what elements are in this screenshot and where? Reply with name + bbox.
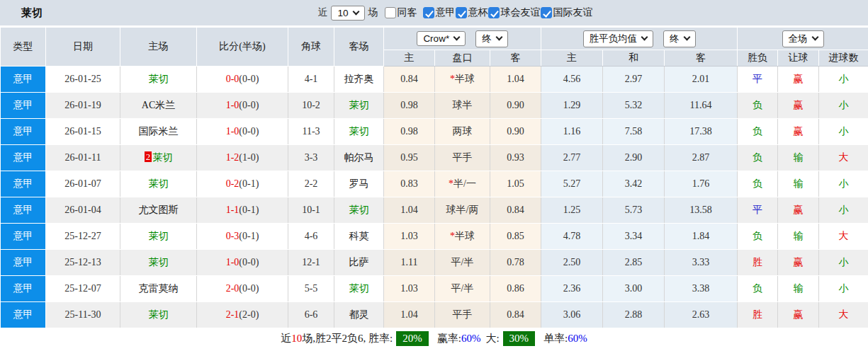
corner-cell: 2-2 bbox=[288, 171, 334, 197]
goals-cell: 小 bbox=[819, 250, 868, 276]
date-cell: 26-01-15 bbox=[46, 119, 120, 145]
away-team-cell: 莱切 bbox=[334, 276, 384, 302]
col-header-mean-away: 客 bbox=[665, 50, 738, 67]
score-fulltime: 2-0 bbox=[226, 283, 239, 294]
odds-home-cell: 0.98 bbox=[384, 93, 435, 119]
handicap-star: * bbox=[450, 74, 455, 84]
mean-stage-select[interactable]: 终 bbox=[663, 30, 696, 47]
col-header-type: 类型 bbox=[1, 28, 46, 67]
odds-group-header: Crow* 终 bbox=[384, 28, 541, 50]
league-cell: 意甲 bbox=[1, 197, 46, 224]
col-header-score: 比分(半场) bbox=[197, 28, 288, 67]
checkbox-same-away[interactable]: 同客 bbox=[385, 6, 417, 19]
near-matches-select[interactable]: 10 bbox=[331, 6, 364, 21]
mean-away-cell: 2.01 bbox=[665, 67, 738, 93]
team-name: 科莫 bbox=[349, 231, 369, 241]
result-cell-text: 负 bbox=[753, 178, 762, 189]
handicap-result-cell-text: 赢 bbox=[794, 74, 804, 84]
checkbox-club-friendly[interactable]: 球会友谊 bbox=[488, 6, 541, 19]
date-cell: 25-12-07 bbox=[46, 276, 120, 302]
odds-away-cell: 0.84 bbox=[490, 302, 541, 328]
score-fulltime: 1-1 bbox=[226, 205, 239, 215]
table-row: 意甲26-01-25莱切0-0(0-0)4-1拉齐奥0.84*半球1.044.5… bbox=[1, 67, 868, 93]
score-fulltime: 0-0 bbox=[226, 74, 239, 84]
summary-record: 场,胜2平2负6, 胜率: bbox=[302, 332, 393, 345]
col-header-home: 主场 bbox=[120, 28, 197, 67]
table-row: 意甲25-11-30莱切2-1(2-0)6-6都灵1.04平手0.843.062… bbox=[1, 302, 868, 328]
result-cell: 胜 bbox=[738, 250, 778, 276]
mean-draw-cell: 2.88 bbox=[603, 302, 665, 328]
score-halftime: (1-0) bbox=[239, 152, 259, 163]
checkbox-serie-a[interactable]: 意甲 bbox=[423, 6, 456, 19]
handicap-star: * bbox=[450, 231, 455, 241]
corner-cell: 12-1 bbox=[288, 250, 334, 276]
mean-home-cell: 2.36 bbox=[541, 276, 603, 302]
chevron-down-icon bbox=[352, 8, 359, 15]
checkbox-label: 同客 bbox=[398, 6, 417, 19]
mean-home-cell: 1.25 bbox=[541, 197, 603, 224]
single-label: 单率: bbox=[543, 332, 568, 345]
result-cell-text: 胜 bbox=[753, 309, 762, 320]
home-team-cell: 国际米兰 bbox=[120, 119, 197, 145]
mean-draw-cell: 2.90 bbox=[603, 145, 665, 171]
goals-cell: 大 bbox=[819, 302, 868, 328]
date-cell: 25-12-27 bbox=[46, 224, 120, 250]
result-cell: 负 bbox=[738, 276, 778, 302]
result-cell: 平 bbox=[738, 197, 778, 224]
odds-away-cell: 0.78 bbox=[490, 250, 541, 276]
matches-table: 类型 日期 主场 比分(半场) 角球 客场 Crow* 终 bbox=[0, 27, 868, 328]
mean-home-cell: 2.77 bbox=[541, 145, 603, 171]
away-team-cell: 拉齐奥 bbox=[334, 67, 384, 93]
score-cell: 1-2(1-0) bbox=[197, 145, 288, 171]
handicap-cell: *半/一 bbox=[435, 171, 490, 197]
score-fulltime: 0-3 bbox=[226, 231, 239, 241]
checkbox-italy-cup[interactable]: 意杯 bbox=[456, 6, 488, 19]
chevron-down-icon bbox=[495, 34, 502, 41]
goals-cell: 小 bbox=[819, 276, 868, 302]
mean-type-select[interactable]: 胜平负均值 bbox=[583, 30, 654, 47]
col-header-goals: 进球数 bbox=[819, 50, 868, 67]
chevron-down-icon bbox=[683, 34, 690, 41]
score-halftime: (0-0) bbox=[239, 100, 259, 110]
goals-cell: 小 bbox=[819, 67, 868, 93]
handicap-result-cell: 赢 bbox=[778, 250, 819, 276]
col-header-odds-home: 主 bbox=[384, 50, 435, 67]
date-cell: 26-01-25 bbox=[46, 67, 120, 93]
score-cell: 1-0(0-0) bbox=[197, 119, 288, 145]
league-cell: 意甲 bbox=[1, 250, 46, 276]
corner-cell: 4-1 bbox=[288, 67, 334, 93]
team-name: 罗马 bbox=[349, 178, 369, 189]
score-fulltime: 1-2 bbox=[226, 152, 239, 163]
handicap-cell: 平手 bbox=[435, 302, 490, 328]
checkbox-label: 意杯 bbox=[468, 6, 488, 19]
handicap-result-cell-text: 赢 bbox=[794, 100, 804, 110]
handicap-text: 平手 bbox=[453, 152, 473, 163]
score-halftime: (0-0) bbox=[239, 74, 259, 84]
checked-checkbox-icon bbox=[541, 7, 552, 18]
home-team-cell: 尤文图斯 bbox=[120, 197, 197, 224]
result-cell-text: 负 bbox=[753, 152, 762, 163]
goals-cell-text: 小 bbox=[839, 283, 849, 294]
matches-label: 场 bbox=[368, 6, 378, 19]
score-halftime: (0-0) bbox=[239, 126, 259, 137]
mean-away-cell: 13.58 bbox=[665, 197, 738, 224]
checkbox-label: 球会友谊 bbox=[501, 6, 541, 19]
mean-home-cell: 1.16 bbox=[541, 119, 603, 145]
handicap-win-rate: 60% bbox=[461, 333, 481, 345]
result-cell-text: 负 bbox=[753, 126, 762, 137]
odds-away-cell: 0.90 bbox=[490, 93, 541, 119]
scope-select[interactable]: 全场 bbox=[782, 30, 824, 47]
checkbox-intl-friendly[interactable]: 国际友谊 bbox=[541, 6, 593, 19]
odds-stage-select[interactable]: 终 bbox=[475, 30, 508, 47]
result-cell-text: 负 bbox=[753, 231, 762, 241]
odds-company-select[interactable]: Crow* bbox=[417, 31, 466, 46]
away-team-cell: 科莫 bbox=[334, 224, 384, 250]
goals-cell-text: 大 bbox=[839, 231, 849, 241]
score-cell: 0-2(0-1) bbox=[197, 171, 288, 197]
red-badge: 2 bbox=[145, 151, 152, 162]
home-team-cell: 莱切 bbox=[120, 67, 197, 93]
team-name: 国际米兰 bbox=[139, 126, 179, 137]
table-row: 意甲26-01-19AC米兰1-0(0-0)10-2莱切0.98球半0.901.… bbox=[1, 93, 868, 119]
team-name: 莱切 bbox=[152, 152, 172, 163]
odds-away-cell: 1.05 bbox=[490, 171, 541, 197]
